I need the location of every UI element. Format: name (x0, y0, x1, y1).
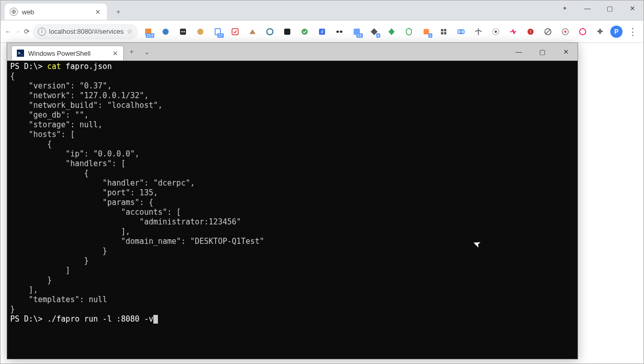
star-icon[interactable]: ☆ (127, 28, 133, 35)
svg-text:!: ! (530, 29, 532, 34)
address-bar[interactable]: i localhost:8080/#/services ☆ (33, 24, 138, 39)
ext-icon[interactable] (350, 25, 364, 39)
new-tab-button[interactable]: ＋ (111, 5, 125, 19)
ext-icon[interactable] (193, 25, 208, 39)
svg-text:d: d (321, 30, 324, 34)
ext-icon[interactable] (280, 25, 294, 39)
minimize-icon[interactable]: — (507, 43, 531, 60)
ext-icon[interactable] (541, 25, 555, 39)
svg-rect-21 (444, 29, 447, 31)
ext-icon[interactable] (176, 25, 190, 39)
browser-tab[interactable]: web ✕ (5, 4, 107, 20)
extensions-icon[interactable] (593, 25, 607, 39)
ext-icon[interactable] (506, 25, 520, 39)
svg-point-25 (460, 30, 463, 33)
svg-rect-20 (441, 29, 444, 31)
maximize-icon[interactable]: ▢ (599, 1, 621, 16)
svg-rect-12 (284, 29, 290, 35)
window-controls: — ▢ ✕ (554, 1, 643, 16)
menu-icon[interactable]: ⋮ (626, 25, 640, 39)
ext-icon[interactable] (263, 25, 277, 39)
url-text: localhost:8080/#/services (49, 28, 124, 35)
terminal-window: >_ Windows PowerShell ✕ ＋ ⌄ — ▢ ✕ PS D:\… (7, 42, 578, 359)
svg-rect-23 (444, 32, 447, 34)
ext-icon[interactable] (436, 25, 451, 39)
svg-point-3 (163, 29, 169, 35)
back-button[interactable]: ← (5, 25, 11, 39)
svg-point-7 (184, 31, 185, 32)
ext-icon[interactable] (419, 25, 433, 39)
maximize-icon[interactable]: ▢ (531, 43, 554, 60)
dropdown-icon[interactable] (554, 1, 576, 16)
ext-icon[interactable] (158, 25, 173, 39)
svg-point-11 (267, 29, 273, 35)
minimize-icon[interactable]: — (576, 1, 599, 16)
svg-point-34 (580, 29, 586, 35)
ext-icon[interactable] (384, 25, 399, 39)
svg-point-13 (302, 29, 308, 35)
ext-icon[interactable] (367, 25, 381, 39)
ext-icon[interactable]: ! (523, 25, 538, 39)
svg-rect-2 (145, 29, 151, 35)
terminal-tab-title: Windows PowerShell (28, 50, 90, 57)
svg-rect-9 (215, 29, 221, 35)
forward-button[interactable]: → (14, 25, 21, 39)
close-icon[interactable]: ✕ (554, 43, 578, 60)
ext-icon[interactable] (228, 25, 242, 39)
ext-icon[interactable] (454, 25, 468, 39)
svg-rect-17 (340, 30, 342, 33)
svg-point-5 (181, 31, 182, 32)
terminal-window-controls: — ▢ ✕ (507, 43, 578, 60)
ext-icon[interactable] (576, 25, 590, 39)
svg-point-27 (495, 30, 497, 33)
ext-icon[interactable] (489, 25, 503, 39)
extensions-row: d ! P ⋮ (141, 25, 640, 39)
close-window-icon[interactable]: ✕ (621, 1, 643, 16)
terminal-tab[interactable]: >_ Windows PowerShell ✕ (11, 46, 124, 60)
site-info-icon[interactable]: i (38, 28, 46, 36)
ext-icon[interactable] (402, 25, 416, 39)
ext-icon[interactable] (141, 25, 155, 39)
svg-point-8 (197, 29, 203, 35)
chrome-tab-row: web ✕ ＋ (1, 4, 554, 20)
profile-avatar[interactable]: P (610, 26, 623, 38)
chrome-toolbar: ← → ⟳ i localhost:8080/#/services ☆ d ! (1, 20, 643, 43)
svg-point-33 (564, 30, 567, 33)
new-terminal-tab[interactable]: ＋ (124, 44, 139, 59)
browser-tab-title: web (22, 8, 34, 16)
terminal-titlebar: >_ Windows PowerShell ✕ ＋ ⌄ — ▢ ✕ (7, 43, 578, 61)
close-icon[interactable]: ✕ (112, 50, 118, 57)
powershell-icon: >_ (17, 50, 24, 57)
svg-point-6 (182, 31, 183, 32)
ext-icon[interactable] (245, 25, 260, 39)
svg-line-31 (545, 29, 550, 34)
ext-icon[interactable] (211, 25, 225, 39)
ext-icon[interactable]: d (315, 25, 329, 39)
svg-rect-18 (354, 29, 360, 35)
svg-rect-19 (424, 29, 429, 34)
svg-rect-22 (441, 32, 444, 34)
svg-point-1 (564, 7, 566, 10)
svg-rect-16 (336, 30, 339, 33)
ext-icon[interactable] (332, 25, 347, 39)
svg-rect-10 (232, 29, 238, 35)
globe-icon (10, 8, 18, 16)
ext-icon[interactable] (471, 25, 486, 39)
terminal-body[interactable]: PS D:\> cat fapro.json{ "version": "0.37… (7, 61, 578, 359)
close-icon[interactable]: ✕ (94, 8, 102, 16)
reload-button[interactable]: ⟳ (24, 25, 30, 39)
terminal-dropdown-icon[interactable]: ⌄ (139, 44, 154, 59)
ext-icon[interactable] (297, 25, 312, 39)
ext-icon[interactable] (558, 25, 572, 39)
chrome-titlebar: web ✕ ＋ — ▢ ✕ (1, 1, 643, 20)
